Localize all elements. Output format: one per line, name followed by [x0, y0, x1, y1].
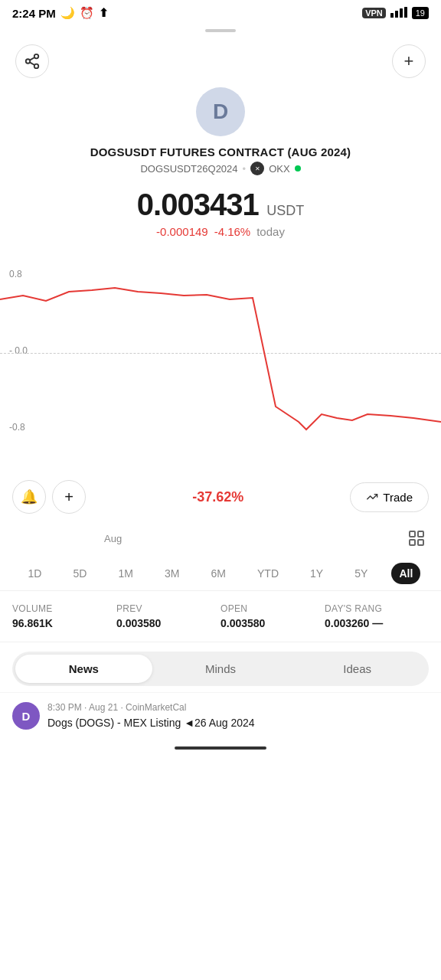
plus-icon: +	[404, 51, 414, 71]
news-title: Dogs (DOGS) - MEX Listing ◄26 Aug 2024	[47, 716, 429, 731]
stat-open: OPEN 0.003580	[220, 603, 325, 629]
period-5y[interactable]: 5Y	[347, 563, 375, 584]
tab-ideas[interactable]: Ideas	[289, 655, 426, 683]
trade-icon	[366, 491, 378, 503]
toolbar-left: 🔔 +	[12, 480, 86, 514]
period-1y[interactable]: 1Y	[302, 563, 331, 584]
expand-icon	[407, 529, 426, 547]
status-time: 2:24 PM 🌙 ⏰ ⬆	[12, 6, 109, 20]
tab-news[interactable]: News	[15, 655, 152, 683]
expand-button[interactable]	[404, 526, 429, 550]
exchange-name: OKX	[269, 163, 289, 175]
svg-rect-9	[410, 531, 415, 537]
period-1m[interactable]: 1M	[110, 563, 140, 584]
stat-range-label: DAY'S RANG	[325, 603, 429, 614]
change-label: today	[256, 225, 285, 238]
contract-title: DOGSUSDT FUTURES CONTRACT (AUG 2024)	[15, 145, 426, 158]
stat-open-value: 0.003580	[220, 617, 325, 629]
period-1d[interactable]: 1D	[21, 563, 50, 584]
svg-rect-0	[390, 13, 394, 18]
period-3m[interactable]: 3M	[157, 563, 187, 584]
svg-point-6	[34, 64, 39, 69]
tab-minds[interactable]: Minds	[152, 655, 289, 683]
stat-volume: VOLUME 96.861K	[12, 603, 116, 629]
exchange-logo: ✕	[250, 162, 264, 175]
stats-row: VOLUME 96.861K PREV 0.003580 OPEN 0.0035…	[0, 591, 441, 642]
bell-icon: 🔔	[21, 488, 38, 505]
moon-icon: 🌙	[60, 6, 75, 20]
price-change: -0.000149 -4.16% today	[15, 225, 426, 238]
watchlist-plus-icon: +	[64, 488, 74, 506]
title-section: DOGSUSDT FUTURES CONTRACT (AUG 2024) DOG…	[0, 139, 441, 178]
svg-rect-12	[418, 540, 423, 545]
change-abs: -0.000149	[156, 225, 208, 238]
status-indicators: VPN 19	[362, 7, 429, 20]
news-source-avatar: D	[12, 702, 40, 730]
svg-rect-3	[404, 7, 407, 18]
svg-rect-11	[410, 540, 415, 545]
watchlist-add-button[interactable]: +	[52, 480, 86, 514]
avatar-container: D	[0, 81, 441, 139]
price-currency: USDT	[266, 203, 304, 218]
alarm-icon: ⏰	[80, 6, 94, 20]
stat-prev-label: PREV	[116, 603, 220, 614]
period-ytd[interactable]: YTD	[250, 563, 286, 584]
news-meta: 8:30 PM · Aug 21 · CoinMarketCal	[47, 702, 429, 713]
vpn-badge: VPN	[362, 8, 386, 18]
price-display: 0.003431 USDT	[15, 188, 426, 222]
stat-range: DAY'S RANG 0.003260 —	[325, 603, 429, 629]
stat-volume-label: VOLUME	[12, 603, 116, 614]
stat-range-value: 0.003260 —	[325, 617, 429, 629]
stat-prev-value: 0.003580	[116, 617, 220, 629]
status-dot	[295, 165, 301, 172]
price-section: 0.003431 USDT -0.000149 -4.16% today	[0, 178, 441, 241]
period-5d[interactable]: 5D	[66, 563, 95, 584]
svg-rect-1	[395, 11, 398, 18]
svg-point-4	[34, 54, 39, 59]
month-row: Aug	[0, 523, 441, 557]
contract-subtitle: DOGSUSDT26Q2024 • ✕ OKX	[15, 162, 426, 175]
news-item[interactable]: D 8:30 PM · Aug 21 · CoinMarketCal Dogs …	[0, 692, 441, 740]
change-pct: -4.16%	[214, 225, 251, 238]
chart-svg	[0, 253, 441, 468]
avatar: D	[196, 87, 245, 136]
svg-rect-10	[418, 531, 423, 537]
trade-button[interactable]: Trade	[350, 482, 429, 512]
home-indicator	[0, 740, 441, 756]
svg-line-7	[30, 62, 34, 65]
stat-open-label: OPEN	[220, 603, 325, 614]
share-icon	[24, 53, 41, 70]
cast-icon: ⬆	[99, 6, 109, 20]
stat-volume-value: 96.861K	[12, 617, 116, 629]
share-button[interactable]	[15, 44, 49, 78]
tab-bar: News Minds Ideas	[12, 652, 429, 686]
add-button[interactable]: +	[392, 44, 426, 78]
alert-button[interactable]: 🔔	[12, 480, 46, 514]
period-all[interactable]: All	[391, 563, 420, 584]
signal-strength	[390, 7, 407, 20]
news-content: 8:30 PM · Aug 21 · CoinMarketCal Dogs (D…	[47, 702, 429, 731]
chart-toolbar: 🔔 + -37.62% Trade	[0, 471, 441, 523]
svg-line-8	[30, 57, 34, 60]
chart-area: 0.8 - 0.0 -0.8	[0, 253, 441, 468]
battery-indicator: 19	[412, 7, 429, 19]
status-bar: 2:24 PM 🌙 ⏰ ⬆ VPN 19	[0, 0, 441, 26]
home-bar	[175, 746, 266, 750]
contract-code: DOGSUSDT26Q2024	[140, 163, 237, 175]
month-label: Aug	[104, 533, 122, 544]
drag-handle	[205, 29, 236, 32]
chart-change-percent: -37.62%	[192, 489, 243, 505]
period-6m[interactable]: 6M	[204, 563, 234, 584]
time-periods: 1D 5D 1M 3M 6M YTD 1Y 5Y All	[0, 557, 441, 591]
svg-point-5	[26, 59, 31, 64]
svg-rect-2	[400, 8, 403, 18]
price-value: 0.003431	[137, 188, 259, 221]
header: +	[0, 38, 441, 81]
time-display: 2:24 PM	[12, 7, 56, 20]
stat-prev: PREV 0.003580	[116, 603, 220, 629]
